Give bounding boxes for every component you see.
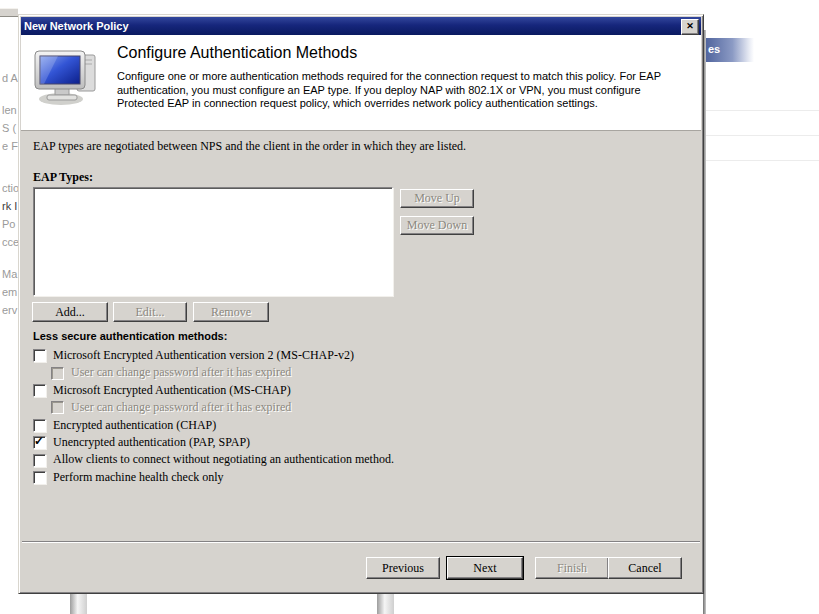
background-text-fragment: rk I [2,200,17,212]
background-divider [706,110,819,111]
eap-types-listbox[interactable] [33,187,393,296]
background-selected-item: es [706,38,754,62]
checkbox-allow-no-auth[interactable] [33,454,46,467]
window-title: New Network Policy [24,20,129,32]
background-text-fragment: e F [2,140,18,152]
footer-separator [22,541,700,543]
background-text-fragment: Po [2,218,15,230]
checkbox-ms-chap[interactable] [33,384,46,397]
checkbox-pwd-expired-v2 [51,367,64,380]
checkbox-list: Microsoft Encrypted Authentication versi… [33,346,673,485]
edit-button: Edit... [113,302,187,322]
background-text-fragment: S ( [2,122,16,134]
checkmark-icon: ✓ [34,434,44,448]
move-down-button: Move Down [400,216,474,235]
background-text-fragment: len [2,104,17,116]
background-divider [706,160,819,161]
checkbox-row-chap: Encrypted authentication (CHAP) [33,416,673,433]
checkbox-label-ms-chap-v2[interactable]: Microsoft Encrypted Authentication versi… [53,348,354,362]
checkbox-row-pap-spap: ✓Unencrypted authentication (PAP, SPAP) [33,433,673,450]
checkbox-row-pwd-expired-v2: User can change password after it has ex… [33,363,673,380]
remove-button: Remove [193,302,269,322]
previous-button[interactable]: Previous [366,557,440,579]
close-icon[interactable]: ✕ [681,19,699,35]
checkbox-row-ms-chap-v2: Microsoft Encrypted Authentication versi… [33,346,673,363]
checkbox-label-machine-health[interactable]: Perform machine health check only [53,470,224,484]
background-text-fragment: em [2,286,17,298]
checkbox-label-pwd-expired-v2: User can change password after it has ex… [71,366,291,380]
background-text-fragment: cce [2,236,19,248]
eap-types-label: EAP Types: [33,170,93,185]
checkbox-label-ms-chap[interactable]: Microsoft Encrypted Authentication (MS-C… [53,383,291,397]
checkbox-row-pwd-expired: User can change password after it has ex… [33,398,673,415]
eap-negotiation-note: EAP types are negotiated between NPS and… [33,139,466,154]
checkbox-row-ms-chap: Microsoft Encrypted Authentication (MS-C… [33,381,673,398]
background-text-fragment: d A [2,72,18,84]
new-network-policy-dialog: New Network Policy ✕ [18,14,704,594]
add-button[interactable]: Add... [32,302,108,322]
background-window-fragment [377,594,394,614]
title-bar[interactable]: New Network Policy ✕ [21,17,701,35]
background-text-fragment: Ma [2,268,17,280]
background-text-fragment: ctio [2,182,19,194]
page-title: Configure Authentication Methods [117,44,357,62]
page-description: Configure one or more authentication met… [117,70,689,111]
background-text-fragment: erv [2,304,17,316]
checkbox-label-chap[interactable]: Encrypted authentication (CHAP) [53,418,216,432]
screen: d AlenS (e Fctiork IPocceMaemerv es New … [0,0,819,614]
cancel-button[interactable]: Cancel [608,557,682,579]
computer-icon [31,47,103,107]
checkbox-label-pap-spap[interactable]: Unencrypted authentication (PAP, SPAP) [53,435,250,449]
checkbox-label-allow-no-auth[interactable]: Allow clients to connect without negotia… [53,453,394,467]
next-button[interactable]: Next [447,557,523,579]
wizard-header: Configure Authentication Methods Configu… [21,35,701,131]
finish-button: Finish [535,557,609,579]
move-up-button: Move Up [400,189,474,208]
checkbox-chap[interactable] [33,419,46,432]
background-window-fragment [0,8,18,17]
background-divider [706,135,819,136]
checkbox-machine-health[interactable] [33,471,46,484]
less-secure-label: Less secure authentication methods: [33,330,227,342]
background-window-fragment [70,594,87,614]
checkbox-label-pwd-expired: User can change password after it has ex… [71,400,291,414]
checkbox-row-machine-health: Perform machine health check only [33,468,673,485]
checkbox-ms-chap-v2[interactable] [33,349,46,362]
checkbox-pap-spap[interactable]: ✓ [33,436,46,449]
checkbox-pwd-expired [51,401,64,414]
checkbox-row-allow-no-auth: Allow clients to connect without negotia… [33,450,673,467]
